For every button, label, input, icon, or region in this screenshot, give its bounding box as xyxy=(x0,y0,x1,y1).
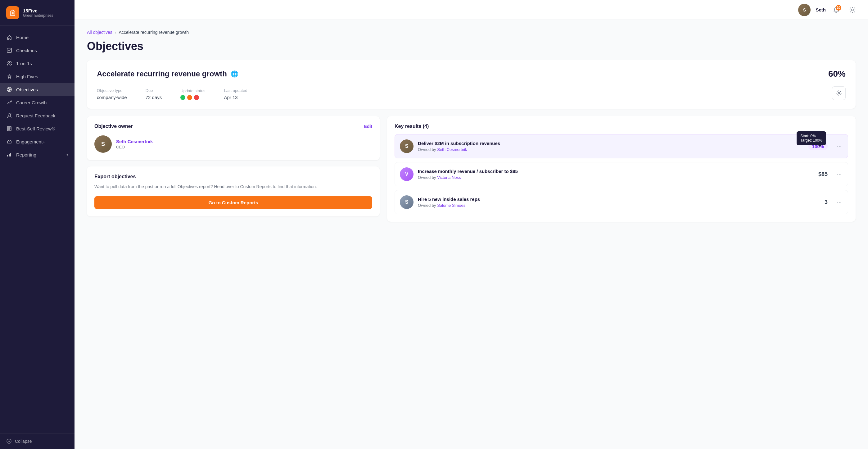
sidebar: 15Five Green Enterprises Home Check-ins xyxy=(0,0,74,449)
sidebar-label-high-fives: High Fives xyxy=(16,74,38,79)
kr-menu-3[interactable]: ··· xyxy=(836,198,843,207)
collapse-label: Collapse xyxy=(15,439,32,444)
high-fives-icon xyxy=(6,73,12,80)
engagement-icon xyxy=(6,139,12,145)
owner-details: Seth Cesmertnik CEO xyxy=(116,139,153,149)
right-panel: Key results (4) S Deliver $2M in subscri… xyxy=(387,116,856,222)
svg-rect-10 xyxy=(9,154,10,156)
app-logo-icon xyxy=(6,6,19,19)
breadcrumb: All objectives › Accelerate recurring re… xyxy=(87,30,856,35)
one-on-ones-icon xyxy=(6,60,12,66)
objective-name: Accelerate recurring revenue growth xyxy=(97,69,227,78)
objective-overview-card: Accelerate recurring revenue growth 🌐 60… xyxy=(87,60,856,109)
notifications-button[interactable]: 10 xyxy=(831,4,842,16)
top-header: S Seth 10 xyxy=(74,0,868,20)
kr-menu-1[interactable]: ··· xyxy=(836,142,843,151)
svg-point-13 xyxy=(851,9,854,11)
status-dot-green xyxy=(180,95,185,100)
page-content: All objectives › Accelerate recurring re… xyxy=(74,20,868,449)
kr-title-1: Deliver $2M in subscription revenues xyxy=(418,141,804,146)
owner-role: CEO xyxy=(116,145,153,149)
owner-card-title: Objective owner xyxy=(94,124,133,129)
owner-card-header: Objective owner Edit xyxy=(94,124,372,129)
last-updated-value: Apr 13 xyxy=(224,95,247,100)
sidebar-label-home: Home xyxy=(16,35,29,40)
edit-owner-link[interactable]: Edit xyxy=(364,124,372,129)
sidebar-item-high-fives[interactable]: High Fives xyxy=(0,70,74,83)
svg-rect-11 xyxy=(10,153,11,156)
sidebar-label-objectives: Objectives xyxy=(16,87,38,92)
sidebar-item-career-growth[interactable]: Career Growth xyxy=(0,96,74,109)
last-updated-label: Last updated xyxy=(224,88,247,93)
kr-menu-2[interactable]: ··· xyxy=(836,170,843,179)
sidebar-label-career-growth: Career Growth xyxy=(16,100,46,105)
svg-point-14 xyxy=(838,93,840,94)
sidebar-item-request-feedback[interactable]: Request Feedback xyxy=(0,109,74,122)
nav-menu: Home Check-ins 1-on-1s xyxy=(0,26,74,433)
tooltip-line2: Target: 100% xyxy=(800,138,823,143)
objective-percent: 60% xyxy=(828,69,846,79)
kr-owner-link-1[interactable]: Seth Cesmertnik xyxy=(437,147,467,152)
settings-button[interactable] xyxy=(847,4,858,16)
svg-point-7 xyxy=(8,114,10,116)
kr-title-2: Increase monthly revenue / subscriber to… xyxy=(418,169,814,174)
company-name: Green Enterprises xyxy=(23,13,53,18)
export-title: Export objectives xyxy=(94,174,372,179)
breadcrumb-parent[interactable]: All objectives xyxy=(87,30,113,35)
globe-icon: 🌐 xyxy=(231,70,239,78)
left-panel: Objective owner Edit S Seth Cesmertnik C… xyxy=(87,116,380,222)
main-content: S Seth 10 All objectives › Accelerate re… xyxy=(74,0,868,449)
app-name: 15Five xyxy=(23,8,53,13)
request-feedback-icon xyxy=(6,112,12,119)
objective-title-row: Accelerate recurring revenue growth 🌐 xyxy=(97,69,239,78)
kr-avatar-2: V xyxy=(400,168,413,181)
app-branding: 15Five Green Enterprises xyxy=(23,8,53,18)
kr-value-2: $85 xyxy=(818,171,828,178)
home-icon xyxy=(6,34,12,40)
sidebar-label-checkins: Check-ins xyxy=(16,48,37,53)
status-label: Update status xyxy=(180,89,205,93)
page-title: Objectives xyxy=(87,40,856,53)
svg-point-0 xyxy=(12,12,14,14)
objective-settings-button[interactable] xyxy=(832,86,846,100)
owner-avatar: S xyxy=(94,136,112,153)
svg-point-6 xyxy=(9,89,10,90)
sidebar-item-reporting[interactable]: Reporting ▾ xyxy=(0,148,74,161)
export-description: Want to pull data from the past or run a… xyxy=(94,183,372,190)
kr-item-2: V Increase monthly revenue / subscriber … xyxy=(395,162,848,186)
due-label: Due xyxy=(146,88,162,93)
kr-owner-link-2[interactable]: Victoria Noss xyxy=(437,175,461,180)
svg-point-3 xyxy=(10,62,11,63)
kr-avatar-3: S xyxy=(400,195,413,209)
status-dots xyxy=(180,95,205,100)
kr-owner-link-3[interactable]: Salome Simoes xyxy=(437,203,465,208)
sidebar-item-best-self-review[interactable]: Best-Self Review® xyxy=(0,122,74,135)
meta-due: Due 72 days xyxy=(146,88,162,100)
kr-tooltip: Start: 0% Target: 100% xyxy=(797,131,826,145)
user-name-label: Seth xyxy=(815,7,826,12)
status-dot-orange xyxy=(187,95,192,100)
export-card: Export objectives Want to pull data from… xyxy=(87,167,380,216)
owner-name[interactable]: Seth Cesmertnik xyxy=(116,139,153,144)
sidebar-item-engagement[interactable]: Engagement+ xyxy=(0,135,74,148)
header-right: S Seth 10 xyxy=(798,4,858,16)
sidebar-item-home[interactable]: Home xyxy=(0,31,74,44)
meta-status: Update status xyxy=(180,89,205,100)
sidebar-item-checkins[interactable]: Check-ins xyxy=(0,44,74,57)
sidebar-item-one-on-ones[interactable]: 1-on-1s xyxy=(0,57,74,70)
best-self-review-icon xyxy=(6,125,12,132)
collapse-button[interactable]: Collapse xyxy=(6,439,68,444)
checkins-icon xyxy=(6,47,12,53)
sidebar-item-objectives[interactable]: Objectives xyxy=(0,83,74,96)
svg-rect-9 xyxy=(7,155,8,156)
kr-value-3: 3 xyxy=(825,199,828,206)
export-button[interactable]: Go to Custom Reports xyxy=(94,196,372,209)
notification-count: 10 xyxy=(836,5,841,10)
breadcrumb-separator: › xyxy=(115,30,116,35)
sidebar-label-request-feedback: Request Feedback xyxy=(16,113,55,118)
collapse-icon xyxy=(6,439,12,444)
kr-details-2: Increase monthly revenue / subscriber to… xyxy=(418,169,814,180)
meta-type: Objective type company-wide xyxy=(97,88,127,100)
objective-header-row: Accelerate recurring revenue growth 🌐 60… xyxy=(97,69,846,79)
tooltip-line1: Start: 0% xyxy=(800,134,823,138)
